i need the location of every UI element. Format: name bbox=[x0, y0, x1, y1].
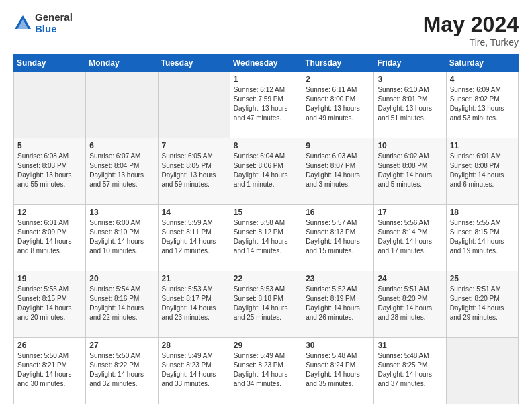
cell-info: Sunrise: 6:08 AM Sunset: 8:03 PM Dayligh… bbox=[17, 152, 82, 189]
cell-info: Sunrise: 6:07 AM Sunset: 8:04 PM Dayligh… bbox=[89, 152, 154, 189]
cell-info: Sunrise: 6:00 AM Sunset: 8:10 PM Dayligh… bbox=[89, 218, 154, 256]
logo-icon bbox=[13, 14, 32, 33]
cell-info: Sunrise: 6:01 AM Sunset: 8:08 PM Dayligh… bbox=[450, 152, 515, 189]
day-number: 27 bbox=[89, 340, 154, 350]
cell-info: Sunrise: 6:10 AM Sunset: 8:01 PM Dayligh… bbox=[378, 85, 442, 123]
weekday-row: SundayMondayTuesdayWednesdayThursdayFrid… bbox=[14, 55, 519, 72]
day-number: 9 bbox=[306, 141, 370, 150]
cell-info: Sunrise: 6:02 AM Sunset: 8:08 PM Dayligh… bbox=[378, 152, 442, 189]
calendar-cell: 9Sunrise: 6:03 AM Sunset: 8:07 PM Daylig… bbox=[302, 138, 374, 205]
cell-info: Sunrise: 5:51 AM Sunset: 8:20 PM Dayligh… bbox=[378, 285, 442, 322]
calendar-cell: 17Sunrise: 5:56 AM Sunset: 8:14 PM Dayli… bbox=[374, 205, 446, 271]
calendar-cell: 27Sunrise: 5:50 AM Sunset: 8:22 PM Dayli… bbox=[86, 338, 158, 404]
day-number: 26 bbox=[17, 340, 82, 350]
calendar-cell: 24Sunrise: 5:51 AM Sunset: 8:20 PM Dayli… bbox=[374, 271, 446, 338]
calendar-cell: 21Sunrise: 5:53 AM Sunset: 8:17 PM Dayli… bbox=[158, 271, 230, 338]
calendar-cell bbox=[446, 338, 518, 404]
calendar-cell: 1Sunrise: 6:12 AM Sunset: 7:59 PM Daylig… bbox=[230, 72, 302, 138]
weekday-header: Wednesday bbox=[230, 55, 302, 72]
cell-info: Sunrise: 5:53 AM Sunset: 8:17 PM Dayligh… bbox=[162, 285, 226, 322]
day-number: 4 bbox=[450, 75, 515, 84]
calendar-body: 1Sunrise: 6:12 AM Sunset: 7:59 PM Daylig… bbox=[14, 72, 519, 404]
calendar-cell: 5Sunrise: 6:08 AM Sunset: 8:03 PM Daylig… bbox=[14, 138, 86, 205]
logo: General Blue bbox=[13, 12, 73, 34]
calendar-cell bbox=[158, 72, 230, 138]
calendar-cell: 3Sunrise: 6:10 AM Sunset: 8:01 PM Daylig… bbox=[374, 72, 446, 138]
cell-info: Sunrise: 6:01 AM Sunset: 8:09 PM Dayligh… bbox=[17, 218, 82, 256]
day-number: 31 bbox=[378, 340, 442, 350]
calendar-cell: 30Sunrise: 5:48 AM Sunset: 8:24 PM Dayli… bbox=[302, 338, 374, 404]
calendar: SundayMondayTuesdayWednesdayThursdayFrid… bbox=[13, 54, 519, 404]
day-number: 30 bbox=[306, 340, 370, 350]
calendar-cell: 23Sunrise: 5:52 AM Sunset: 8:19 PM Dayli… bbox=[302, 271, 374, 338]
cell-info: Sunrise: 5:51 AM Sunset: 8:20 PM Dayligh… bbox=[450, 285, 515, 322]
day-number: 28 bbox=[162, 340, 226, 350]
calendar-cell bbox=[14, 72, 86, 138]
calendar-cell: 4Sunrise: 6:09 AM Sunset: 8:02 PM Daylig… bbox=[446, 72, 518, 138]
calendar-cell: 15Sunrise: 5:58 AM Sunset: 8:12 PM Dayli… bbox=[230, 205, 302, 271]
calendar-cell: 2Sunrise: 6:11 AM Sunset: 8:00 PM Daylig… bbox=[302, 72, 374, 138]
day-number: 2 bbox=[306, 75, 370, 84]
cell-info: Sunrise: 5:59 AM Sunset: 8:11 PM Dayligh… bbox=[162, 218, 226, 256]
cell-info: Sunrise: 5:53 AM Sunset: 8:18 PM Dayligh… bbox=[234, 285, 298, 322]
calendar-cell: 18Sunrise: 5:55 AM Sunset: 8:15 PM Dayli… bbox=[446, 205, 518, 271]
calendar-cell: 31Sunrise: 5:48 AM Sunset: 8:25 PM Dayli… bbox=[374, 338, 446, 404]
day-number: 22 bbox=[234, 274, 298, 283]
day-number: 12 bbox=[17, 208, 82, 217]
weekday-header: Sunday bbox=[14, 55, 86, 72]
day-number: 21 bbox=[162, 274, 226, 283]
cell-info: Sunrise: 5:48 AM Sunset: 8:25 PM Dayligh… bbox=[378, 351, 442, 389]
calendar-cell: 10Sunrise: 6:02 AM Sunset: 8:08 PM Dayli… bbox=[374, 138, 446, 205]
calendar-cell: 7Sunrise: 6:05 AM Sunset: 8:05 PM Daylig… bbox=[158, 138, 230, 205]
calendar-week: 19Sunrise: 5:55 AM Sunset: 8:15 PM Dayli… bbox=[14, 271, 519, 338]
weekday-header: Monday bbox=[86, 55, 158, 72]
cell-info: Sunrise: 5:54 AM Sunset: 8:16 PM Dayligh… bbox=[89, 285, 154, 322]
day-number: 11 bbox=[450, 141, 515, 150]
day-number: 15 bbox=[234, 208, 298, 217]
cell-info: Sunrise: 5:55 AM Sunset: 8:15 PM Dayligh… bbox=[17, 285, 82, 322]
cell-info: Sunrise: 6:05 AM Sunset: 8:05 PM Dayligh… bbox=[162, 152, 226, 189]
weekday-header: Thursday bbox=[302, 55, 374, 72]
day-number: 23 bbox=[306, 274, 370, 283]
calendar-cell: 6Sunrise: 6:07 AM Sunset: 8:04 PM Daylig… bbox=[86, 138, 158, 205]
calendar-cell: 25Sunrise: 5:51 AM Sunset: 8:20 PM Dayli… bbox=[446, 271, 518, 338]
page: General Blue May 2024 Tire, Turkey Sunda… bbox=[0, 0, 532, 411]
calendar-week: 1Sunrise: 6:12 AM Sunset: 7:59 PM Daylig… bbox=[14, 72, 519, 138]
calendar-week: 12Sunrise: 6:01 AM Sunset: 8:09 PM Dayli… bbox=[14, 205, 519, 271]
cell-info: Sunrise: 5:50 AM Sunset: 8:21 PM Dayligh… bbox=[17, 351, 82, 389]
cell-info: Sunrise: 6:12 AM Sunset: 7:59 PM Dayligh… bbox=[234, 85, 298, 123]
calendar-cell: 16Sunrise: 5:57 AM Sunset: 8:13 PM Dayli… bbox=[302, 205, 374, 271]
calendar-cell: 20Sunrise: 5:54 AM Sunset: 8:16 PM Dayli… bbox=[86, 271, 158, 338]
title-month: May 2024 bbox=[423, 12, 519, 37]
day-number: 14 bbox=[162, 208, 226, 217]
weekday-header: Saturday bbox=[446, 55, 518, 72]
cell-info: Sunrise: 5:58 AM Sunset: 8:12 PM Dayligh… bbox=[234, 218, 298, 256]
day-number: 6 bbox=[89, 141, 154, 150]
day-number: 10 bbox=[378, 141, 442, 150]
day-number: 8 bbox=[234, 141, 298, 150]
calendar-cell: 29Sunrise: 5:49 AM Sunset: 8:23 PM Dayli… bbox=[230, 338, 302, 404]
cell-info: Sunrise: 5:50 AM Sunset: 8:22 PM Dayligh… bbox=[89, 351, 154, 389]
header: General Blue May 2024 Tire, Turkey bbox=[13, 12, 519, 48]
calendar-cell: 22Sunrise: 5:53 AM Sunset: 8:18 PM Dayli… bbox=[230, 271, 302, 338]
calendar-cell: 13Sunrise: 6:00 AM Sunset: 8:10 PM Dayli… bbox=[86, 205, 158, 271]
title-location: Tire, Turkey bbox=[423, 37, 519, 48]
logo-text: General Blue bbox=[35, 12, 73, 34]
calendar-cell: 28Sunrise: 5:49 AM Sunset: 8:23 PM Dayli… bbox=[158, 338, 230, 404]
weekday-header: Friday bbox=[374, 55, 446, 72]
day-number: 17 bbox=[378, 208, 442, 217]
day-number: 29 bbox=[234, 340, 298, 350]
cell-info: Sunrise: 6:04 AM Sunset: 8:06 PM Dayligh… bbox=[234, 152, 298, 189]
day-number: 5 bbox=[17, 141, 82, 150]
cell-info: Sunrise: 5:56 AM Sunset: 8:14 PM Dayligh… bbox=[378, 218, 442, 256]
calendar-header: SundayMondayTuesdayWednesdayThursdayFrid… bbox=[14, 55, 519, 72]
cell-info: Sunrise: 6:03 AM Sunset: 8:07 PM Dayligh… bbox=[306, 152, 370, 189]
cell-info: Sunrise: 5:49 AM Sunset: 8:23 PM Dayligh… bbox=[162, 351, 226, 389]
calendar-week: 26Sunrise: 5:50 AM Sunset: 8:21 PM Dayli… bbox=[14, 338, 519, 404]
cell-info: Sunrise: 5:52 AM Sunset: 8:19 PM Dayligh… bbox=[306, 285, 370, 322]
weekday-header: Tuesday bbox=[158, 55, 230, 72]
title-block: May 2024 Tire, Turkey bbox=[423, 12, 519, 48]
day-number: 24 bbox=[378, 274, 442, 283]
day-number: 18 bbox=[450, 208, 515, 217]
calendar-cell: 8Sunrise: 6:04 AM Sunset: 8:06 PM Daylig… bbox=[230, 138, 302, 205]
